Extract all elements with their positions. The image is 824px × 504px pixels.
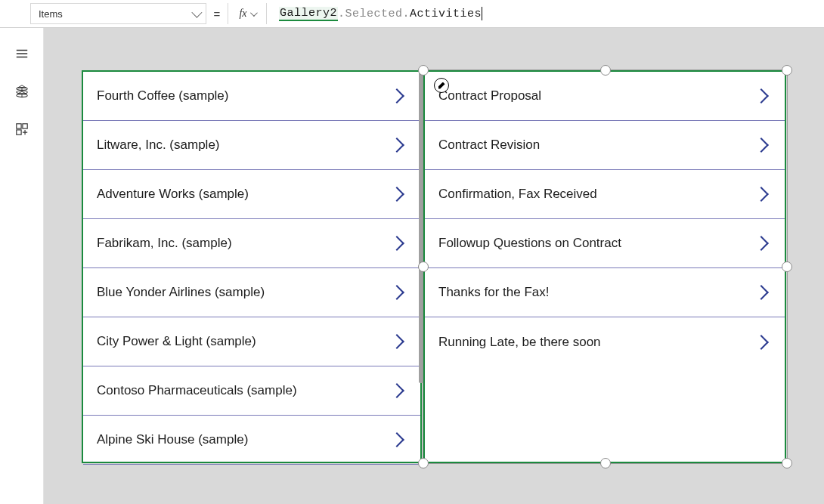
row-label: Thanks for the Fax!: [438, 285, 549, 300]
chevron-right-icon[interactable]: [389, 334, 404, 349]
row-label: Alpine Ski House (sample): [97, 432, 248, 447]
formula-bar: Items = fx Gallery2.Selected.Activities: [0, 0, 824, 28]
chevron-right-icon[interactable]: [754, 138, 769, 153]
row-label: Confirmation, Fax Received: [438, 187, 597, 202]
chevron-right-icon[interactable]: [754, 187, 769, 202]
chevron-right-icon[interactable]: [754, 236, 769, 251]
list-item[interactable]: Contract Revision: [425, 121, 785, 170]
chevron-right-icon[interactable]: [389, 187, 404, 202]
list-item[interactable]: Fourth Coffee (sample): [83, 72, 420, 121]
list-item[interactable]: Alpine Ski House (sample): [83, 416, 420, 465]
chevron-right-icon[interactable]: [754, 285, 769, 300]
row-label: Blue Yonder Airlines (sample): [97, 285, 265, 300]
chevron-right-icon[interactable]: [389, 285, 404, 300]
list-item[interactable]: Litware, Inc. (sample): [83, 121, 420, 170]
chevron-right-icon[interactable]: [754, 88, 769, 104]
left-rail: [0, 28, 44, 504]
hamburger-icon[interactable]: [14, 46, 29, 61]
fx-button[interactable]: fx: [228, 3, 267, 24]
list-item[interactable]: Adventure Works (sample): [83, 170, 420, 219]
list-item[interactable]: Fabrikam, Inc. (sample): [83, 219, 420, 268]
formula-token-ref: Gallery2: [279, 7, 338, 21]
main-area: Fourth Coffee (sample) Litware, Inc. (sa…: [0, 28, 824, 504]
chevron-right-icon[interactable]: [389, 138, 404, 153]
formula-input[interactable]: Gallery2.Selected.Activities: [267, 3, 824, 24]
list-item[interactable]: Thanks for the Fax!: [425, 268, 785, 317]
row-label: Contract Proposal: [438, 88, 541, 104]
chevron-right-icon[interactable]: [389, 236, 404, 251]
row-label: Contoso Pharmaceuticals (sample): [97, 383, 297, 398]
insert-icon[interactable]: [14, 122, 29, 137]
chevron-right-icon[interactable]: [754, 335, 769, 350]
formula-token-dot: .: [403, 8, 410, 20]
svg-rect-4: [22, 124, 26, 128]
list-item[interactable]: Blue Yonder Airlines (sample): [83, 268, 420, 317]
formula-token-field: Activities: [410, 8, 482, 20]
canvas[interactable]: Fourth Coffee (sample) Litware, Inc. (sa…: [44, 28, 824, 504]
formula-token-dot: .: [338, 8, 345, 20]
chevron-right-icon[interactable]: [389, 432, 404, 447]
list-item[interactable]: Contract Proposal: [425, 72, 785, 121]
property-selector[interactable]: Items: [30, 3, 206, 24]
svg-rect-5: [16, 130, 20, 135]
fx-label: fx: [239, 8, 246, 20]
row-label: City Power & Light (sample): [97, 334, 256, 349]
list-item[interactable]: Confirmation, Fax Received: [425, 170, 785, 219]
list-item[interactable]: Contoso Pharmaceuticals (sample): [83, 366, 420, 416]
list-item[interactable]: City Power & Light (sample): [83, 317, 420, 366]
chevron-right-icon[interactable]: [389, 383, 404, 398]
pencil-icon: [438, 82, 445, 89]
row-label: Contract Revision: [438, 138, 540, 153]
property-name: Items: [39, 8, 63, 20]
gallery-activities[interactable]: Contract Proposal Contract Revision Conf…: [423, 70, 786, 463]
row-label: Running Late, be there soon: [438, 335, 601, 350]
tree-icon[interactable]: [14, 84, 29, 99]
text-cursor: [482, 7, 482, 20]
row-label: Adventure Works (sample): [97, 187, 249, 202]
chevron-down-icon: [250, 9, 258, 17]
row-label: Followup Questions on Contract: [438, 236, 621, 251]
chevron-down-icon: [191, 8, 202, 18]
row-label: Litware, Inc. (sample): [97, 138, 220, 153]
chevron-right-icon[interactable]: [389, 88, 404, 104]
list-item[interactable]: Followup Questions on Contract: [425, 219, 785, 268]
formula-token-selected: Selected: [345, 8, 403, 20]
equals-label: =: [206, 8, 228, 20]
list-item[interactable]: Running Late, be there soon: [425, 317, 785, 366]
svg-rect-3: [16, 124, 20, 128]
row-label: Fourth Coffee (sample): [97, 88, 228, 104]
row-label: Fabrikam, Inc. (sample): [97, 236, 232, 251]
gallery-accounts[interactable]: Fourth Coffee (sample) Litware, Inc. (sa…: [82, 70, 422, 463]
edit-pencil-button[interactable]: [434, 78, 449, 93]
